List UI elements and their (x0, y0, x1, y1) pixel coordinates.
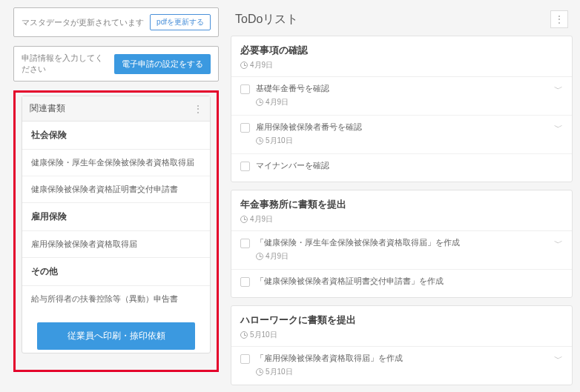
todo-card-date: 5月10日 (240, 330, 563, 340)
todo-title: ToDoリスト (235, 12, 298, 27)
todo-item-text: 「健康保険・厚生年金保険被保険者資格取得届」を作成 (256, 237, 550, 248)
todo-item-text: マイナンバーを確認 (256, 160, 563, 171)
doc-item[interactable]: 給与所得者の扶養控除等（異動）申告書 (22, 286, 210, 312)
todo-card-head: 年金事務所に書類を提出4月9日 (231, 190, 572, 231)
checkbox[interactable] (240, 354, 250, 364)
todo-card-head: ハローワークに書類を提出5月10日 (231, 306, 572, 347)
todo-item-text: 雇用保険被保険者番号を確認 (256, 122, 550, 133)
todo-card-date: 4月9日 (240, 214, 563, 225)
todo-item-text: 「雇用保険被保険者資格取得届」を作成 (256, 353, 550, 364)
todo-item: 基礎年金番号を確認4月9日﹀ (231, 77, 572, 116)
todo-item-text: 基礎年金番号を確認 (256, 83, 550, 94)
notice-master-data: マスタデータが更新されています pdfを更新する (13, 7, 219, 37)
clock-icon (256, 99, 263, 106)
checkbox[interactable] (240, 277, 250, 287)
notice-application-info: 申請情報を入力してください 電子申請の設定をする (13, 46, 219, 82)
clock-icon (256, 253, 263, 260)
todo-item-date: 5月10日 (256, 136, 550, 146)
todo-item: マイナンバーを確認 (231, 154, 572, 182)
related-docs-panel: 関連書類 ⋮ 社会保険健康保険・厚生年金保険被保険者資格取得届健康保険被保険者資… (22, 96, 211, 353)
doc-item[interactable]: 健康保険被保険者資格証明書交付申請書 (22, 176, 210, 202)
chevron-down-icon[interactable]: ﹀ (554, 83, 563, 96)
configure-eapp-button[interactable]: 電子申請の設定をする (114, 54, 211, 74)
clock-icon (256, 137, 263, 144)
todo-item-date: 5月10日 (256, 367, 550, 377)
panel-title: 関連書類 (30, 102, 65, 115)
clock-icon (240, 216, 248, 223)
update-pdf-button[interactable]: pdfを更新する (150, 14, 211, 30)
todo-header: ToDoリスト ⋮ (231, 7, 573, 36)
chevron-down-icon[interactable]: ﹀ (554, 122, 563, 134)
print-request-button[interactable]: 従業員へ印刷・捺印依頼 (37, 322, 195, 350)
clock-icon (240, 331, 248, 339)
todo-card-date: 4月9日 (240, 60, 563, 70)
todo-item-date: 4月9日 (256, 97, 550, 107)
todo-card-title: 必要事項の確認 (240, 44, 563, 57)
checkbox[interactable] (240, 162, 250, 171)
todo-item-date: 4月9日 (256, 251, 550, 262)
doc-group-title: その他 (22, 258, 210, 286)
todo-item: 「雇用保険被保険者資格取得届」を作成5月10日﹀ (231, 347, 572, 385)
todo-card: ハローワークに書類を提出5月10日「雇用保険被保険者資格取得届」を作成5月10日… (231, 305, 573, 385)
panel-header: 関連書類 ⋮ (22, 96, 210, 122)
doc-item[interactable]: 健康保険・厚生年金保険被保険者資格取得届 (22, 150, 210, 176)
todo-card-title: ハローワークに書類を提出 (240, 313, 563, 327)
doc-group: その他給与所得者の扶養控除等（異動）申告書 (22, 258, 210, 312)
more-icon[interactable]: ⋮ (193, 103, 202, 115)
todo-item: 雇用保険被保険者番号を確認5月10日﹀ (231, 116, 572, 154)
doc-group: 社会保険健康保険・厚生年金保険被保険者資格取得届健康保険被保険者資格証明書交付申… (22, 122, 210, 203)
notice-text: マスタデータが更新されています (22, 17, 144, 28)
todo-card-title: 年金事務所に書類を提出 (240, 198, 563, 211)
doc-group-title: 社会保険 (22, 122, 210, 150)
todo-item-text: 「健康保険被保険者資格証明書交付申請書」を作成 (256, 276, 563, 287)
doc-item[interactable]: 雇用保険被保険者資格取得届 (22, 231, 210, 257)
chevron-down-icon[interactable]: ﹀ (554, 353, 563, 365)
notice-text: 申請情報を入力してください (22, 53, 108, 75)
checkbox[interactable] (240, 239, 250, 248)
clock-icon (240, 62, 248, 69)
checkbox[interactable] (240, 123, 250, 133)
todo-card: 必要事項の確認4月9日基礎年金番号を確認4月9日﹀雇用保険被保険者番号を確認5月… (231, 36, 573, 182)
chevron-down-icon[interactable]: ﹀ (554, 237, 563, 250)
doc-group-title: 雇用保険 (22, 203, 210, 231)
more-icon[interactable]: ⋮ (550, 10, 568, 28)
todo-item: 「健康保険被保険者資格証明書交付申請書」を作成 (231, 270, 572, 297)
doc-group: 雇用保険雇用保険被保険者資格取得届 (22, 203, 210, 258)
todo-item: 「健康保険・厚生年金保険被保険者資格取得届」を作成4月9日﹀ (231, 231, 572, 270)
todo-card-head: 必要事項の確認4月9日 (231, 36, 572, 77)
todo-card: 年金事務所に書類を提出4月9日「健康保険・厚生年金保険被保険者資格取得届」を作成… (231, 190, 573, 298)
related-docs-highlight: 関連書類 ⋮ 社会保険健康保険・厚生年金保険被保険者資格取得届健康保険被保険者資… (13, 90, 219, 372)
checkbox[interactable] (240, 84, 250, 94)
clock-icon (256, 368, 263, 376)
